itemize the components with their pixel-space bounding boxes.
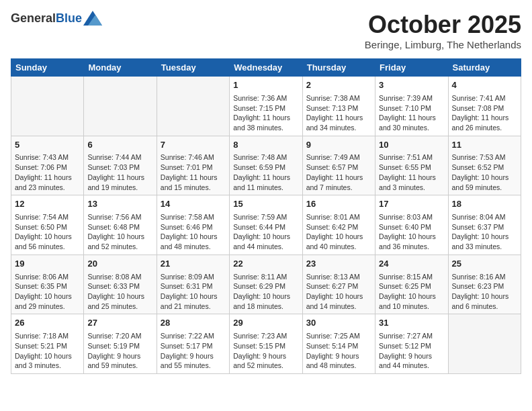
calendar-day-cell: 16Sunrise: 8:01 AMSunset: 6:42 PMDayligh… [302,195,375,255]
calendar-day-cell: 18Sunrise: 8:04 AMSunset: 6:37 PMDayligh… [448,195,521,255]
day-number: 17 [379,198,444,211]
day-info: Sunrise: 7:43 AMSunset: 7:06 PMDaylight:… [15,152,80,192]
calendar-day-cell: 14Sunrise: 7:58 AMSunset: 6:46 PMDayligh… [157,195,229,255]
calendar-day-cell: 30Sunrise: 7:25 AMSunset: 5:14 PMDayligh… [302,314,375,374]
calendar-day-cell: 19Sunrise: 8:06 AMSunset: 6:35 PMDayligh… [11,255,84,314]
day-number: 30 [306,317,371,330]
day-info: Sunrise: 8:15 AMSunset: 6:25 PMDaylight:… [379,272,444,312]
day-info: Sunrise: 7:49 AMSunset: 6:57 PMDaylight:… [306,152,371,192]
calendar-table: SundayMondayTuesdayWednesdayThursdayFrid… [11,58,521,374]
calendar-day-cell: 2Sunrise: 7:38 AMSunset: 7:13 PMDaylight… [302,77,375,136]
day-number: 6 [87,139,152,152]
calendar-day-cell [448,314,521,374]
calendar-day-cell: 27Sunrise: 7:20 AMSunset: 5:19 PMDayligh… [84,314,157,374]
day-number: 2 [306,79,371,92]
day-number: 26 [15,317,80,330]
day-info: Sunrise: 8:08 AMSunset: 6:33 PMDaylight:… [87,272,152,312]
day-info: Sunrise: 7:51 AMSunset: 6:55 PMDaylight:… [379,152,444,192]
day-number: 12 [15,198,80,211]
day-number: 19 [15,258,80,271]
day-info: Sunrise: 7:18 AMSunset: 5:21 PMDaylight:… [15,331,80,371]
calendar-day-cell: 11Sunrise: 7:53 AMSunset: 6:52 PMDayligh… [448,136,521,195]
day-number: 1 [233,79,298,92]
day-number: 21 [161,258,226,271]
calendar-week-row: 1Sunrise: 7:36 AMSunset: 7:15 PMDaylight… [11,77,521,136]
day-info: Sunrise: 8:16 AMSunset: 6:23 PMDaylight:… [452,272,517,312]
day-number: 8 [233,139,298,152]
calendar-day-cell: 31Sunrise: 7:27 AMSunset: 5:12 PMDayligh… [375,314,448,374]
day-number: 13 [87,198,152,211]
day-number: 31 [379,317,444,330]
day-info: Sunrise: 7:25 AMSunset: 5:14 PMDaylight:… [306,331,371,371]
day-number: 25 [452,258,517,271]
day-number: 11 [452,139,517,152]
location: Beringe, Limburg, The Netherlands [365,39,521,50]
calendar-week-row: 5Sunrise: 7:43 AMSunset: 7:06 PMDaylight… [11,136,521,195]
weekday-header: Friday [375,59,448,77]
day-info: Sunrise: 8:04 AMSunset: 6:37 PMDaylight:… [452,212,517,252]
day-number: 3 [379,79,444,92]
day-info: Sunrise: 8:01 AMSunset: 6:42 PMDaylight:… [306,212,371,252]
day-info: Sunrise: 7:46 AMSunset: 7:01 PMDaylight:… [161,152,226,192]
day-info: Sunrise: 8:06 AMSunset: 6:35 PMDaylight:… [15,272,80,312]
calendar-day-cell: 12Sunrise: 7:54 AMSunset: 6:50 PMDayligh… [11,195,84,255]
calendar-day-cell: 6Sunrise: 7:44 AMSunset: 7:03 PMDaylight… [84,136,157,195]
day-info: Sunrise: 8:09 AMSunset: 6:31 PMDaylight:… [161,272,226,312]
calendar-day-cell: 1Sunrise: 7:36 AMSunset: 7:15 PMDaylight… [230,77,302,136]
calendar-day-cell [84,77,157,136]
day-info: Sunrise: 7:38 AMSunset: 7:13 PMDaylight:… [306,93,371,133]
day-info: Sunrise: 7:23 AMSunset: 5:15 PMDaylight:… [233,331,298,371]
day-number: 22 [233,258,298,271]
weekday-header: Monday [84,59,157,77]
day-number: 14 [161,198,226,211]
day-number: 4 [452,79,517,92]
day-info: Sunrise: 7:54 AMSunset: 6:50 PMDaylight:… [15,212,80,252]
calendar-day-cell: 21Sunrise: 8:09 AMSunset: 6:31 PMDayligh… [157,255,229,314]
day-number: 15 [233,198,298,211]
day-info: Sunrise: 7:36 AMSunset: 7:15 PMDaylight:… [233,93,298,133]
calendar-day-cell: 15Sunrise: 7:59 AMSunset: 6:44 PMDayligh… [230,195,302,255]
day-number: 24 [379,258,444,271]
day-info: Sunrise: 7:58 AMSunset: 6:46 PMDaylight:… [161,212,226,252]
day-info: Sunrise: 8:11 AMSunset: 6:29 PMDaylight:… [233,272,298,312]
day-info: Sunrise: 8:03 AMSunset: 6:40 PMDaylight:… [379,212,444,252]
calendar-day-cell: 13Sunrise: 7:56 AMSunset: 6:48 PMDayligh… [84,195,157,255]
logo-icon [83,11,102,26]
day-info: Sunrise: 7:20 AMSunset: 5:19 PMDaylight:… [87,331,152,371]
day-info: Sunrise: 7:48 AMSunset: 6:59 PMDaylight:… [233,152,298,192]
day-number: 9 [306,139,371,152]
month-title: October 2025 [365,11,521,39]
day-number: 7 [161,139,226,152]
calendar-day-cell: 5Sunrise: 7:43 AMSunset: 7:06 PMDaylight… [11,136,84,195]
calendar-day-cell: 26Sunrise: 7:18 AMSunset: 5:21 PMDayligh… [11,314,84,374]
calendar-day-cell: 17Sunrise: 8:03 AMSunset: 6:40 PMDayligh… [375,195,448,255]
calendar-day-cell: 9Sunrise: 7:49 AMSunset: 6:57 PMDaylight… [302,136,375,195]
day-number: 20 [87,258,152,271]
day-info: Sunrise: 7:59 AMSunset: 6:44 PMDaylight:… [233,212,298,252]
day-info: Sunrise: 8:13 AMSunset: 6:27 PMDaylight:… [306,272,371,312]
day-number: 5 [15,139,80,152]
calendar-day-cell: 28Sunrise: 7:22 AMSunset: 5:17 PMDayligh… [157,314,229,374]
weekday-header: Sunday [11,59,84,77]
day-info: Sunrise: 7:53 AMSunset: 6:52 PMDaylight:… [452,152,517,192]
logo: GeneralBlue [11,11,102,26]
day-info: Sunrise: 7:41 AMSunset: 7:08 PMDaylight:… [452,93,517,133]
calendar-day-cell: 7Sunrise: 7:46 AMSunset: 7:01 PMDaylight… [157,136,229,195]
title-area: October 2025 Beringe, Limburg, The Nethe… [365,11,521,50]
day-number: 16 [306,198,371,211]
logo-general: GeneralBlue [11,11,82,26]
calendar-day-cell: 25Sunrise: 8:16 AMSunset: 6:23 PMDayligh… [448,255,521,314]
day-info: Sunrise: 7:44 AMSunset: 7:03 PMDaylight:… [87,152,152,192]
calendar-day-cell: 10Sunrise: 7:51 AMSunset: 6:55 PMDayligh… [375,136,448,195]
day-number: 27 [87,317,152,330]
weekday-header: Tuesday [157,59,229,77]
day-number: 29 [233,317,298,330]
weekday-header: Wednesday [230,59,302,77]
calendar-day-cell: 24Sunrise: 8:15 AMSunset: 6:25 PMDayligh… [375,255,448,314]
calendar-day-cell: 3Sunrise: 7:39 AMSunset: 7:10 PMDaylight… [375,77,448,136]
calendar-day-cell: 22Sunrise: 8:11 AMSunset: 6:29 PMDayligh… [230,255,302,314]
day-number: 10 [379,139,444,152]
weekday-header: Saturday [448,59,521,77]
day-info: Sunrise: 7:22 AMSunset: 5:17 PMDaylight:… [161,331,226,371]
calendar-week-row: 19Sunrise: 8:06 AMSunset: 6:35 PMDayligh… [11,255,521,314]
